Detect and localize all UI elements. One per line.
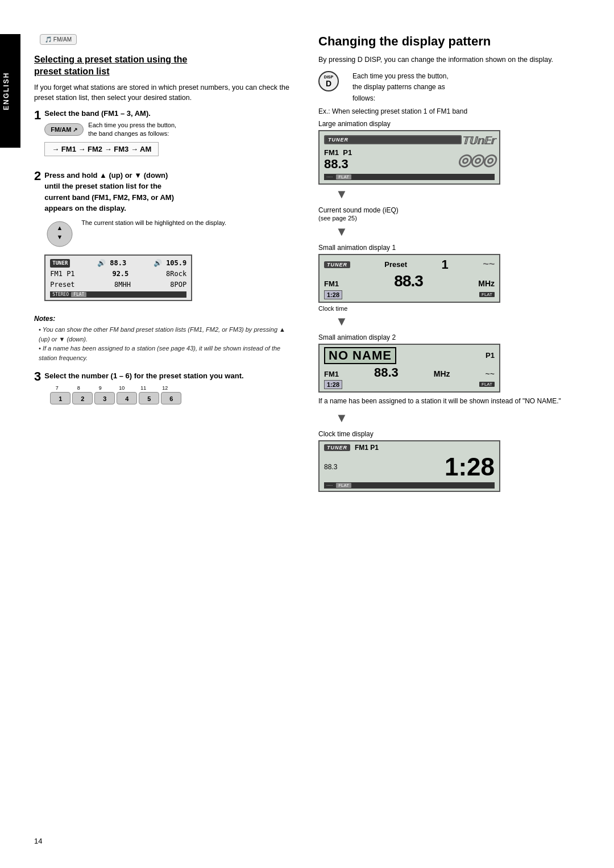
disp-button-area: DISP D Each time you press the button, t… [318,71,580,104]
step-2-highlight-note: The current station will be highlighted … [81,219,226,227]
down-arrow-1: ▼ [335,187,580,202]
clock-flat: FLAT [336,483,351,488]
step-2-content: Press and hold ▲ (up) or ▼ (down) until … [44,170,296,307]
page: 14 ENGLISH 🎵 FM/AM Selecting a preset st… [0,0,614,868]
language-label: ENGLISH [0,34,20,148]
disp-icon-container: DISP D [318,71,347,91]
small1-preset-num: 1 [441,257,448,272]
preset-btn-4[interactable]: 4 [117,392,137,404]
left-section-title: Selecting a preset station using the pre… [34,54,296,78]
step-1-indicator-text: Each time you press the button, the band… [88,121,176,139]
small-animation-display-1: TUNER Preset 1 ~~ FM1 88.3 MHz 1:28 FLAT [318,254,500,303]
large-display-flat: FLAT [336,174,351,180]
small2-flat: FLAT [479,382,495,387]
step-1-indicator: FM/AM ↗ Each time you press the button, … [44,121,296,139]
small1-tuner: TUNER [324,261,350,268]
preset-btn-2[interactable]: 2 [72,392,93,404]
display-bottom-bar: STEREO FLAT [50,291,186,298]
step-1: 1 Select the band (FM1 – 3, AM). FM/AM ↗… [34,109,296,162]
small2-fm: FM1 [324,370,339,378]
right-section-title: Changing the display pattern [318,34,580,49]
display-row-2: FM1 P1 92.5 8Rock [50,269,186,279]
tuner-badge: TUNER [50,259,70,267]
small1-unit: MHz [478,279,495,288]
button-arrow-icon: ↗ [73,127,77,133]
notes-title: Notes: [34,315,296,323]
notes-list: You can show the other FM band preset st… [34,325,296,362]
display-row-3: Preset 8MHH 8POP [50,279,186,290]
preset-buttons-area: 7 8 9 10 11 12 1 2 3 4 5 [44,385,296,404]
small1-clock: 1:28 [324,290,342,299]
step-3: 3 Select the number (1 – 6) for the pres… [34,370,296,408]
step-1-number: 1 [34,109,41,122]
small2-unit: MHz [434,369,450,378]
svg-text:▲: ▲ [57,224,63,231]
small2-no-name: NO NAME [324,347,396,364]
small1-fm: FM1 [324,279,339,288]
down-arrow-3: ▼ [335,314,580,329]
down-arrow-2: ▼ [335,224,580,239]
sound-mode-sublabel: (see page 25) [318,215,357,222]
page-number: 14 [34,837,42,845]
example-label: Ex.: When selecting preset station 1 of … [318,107,580,115]
step-2-number: 2 [34,170,41,182]
no-name-note: If a name has been assigned to a station… [318,396,580,406]
clock-time-label: Clock time [318,305,580,312]
display-row-1: TUNER 🔊 88.3 🔊 105.9 [50,258,186,269]
band-sequence: → FM1 → FM2 → FM3 → AM [44,142,159,156]
large-display-label: Large animation display [318,120,580,128]
small2-clock: 1:28 [324,380,342,389]
small2-fish: ~~ [486,369,495,378]
flat-label: FLAT [71,292,86,297]
clock-time-display: TUNER FM1 P1 88.3 1:28 ····· FLAT [318,440,500,492]
disp-description: Each time you press the button, the disp… [352,71,449,104]
fm-am-button[interactable]: FM/AM ↗ [44,123,84,136]
preset-btn-5[interactable]: 5 [139,392,159,404]
intro-text: If you forget what stations are stored i… [34,82,296,104]
fm-am-icon: 🎵 FM/AM [40,34,77,45]
preset-btn-6[interactable]: 6 [161,392,181,404]
preset-list-display: TUNER 🔊 88.3 🔊 105.9 FM1 P1 92.5 8Rock P… [44,254,192,302]
small1-decoration: ~~ [483,258,495,270]
notes-section: Notes: You can show the other FM band pr… [34,315,296,362]
preset-btn-1[interactable]: 1 [50,392,70,404]
large-animation-display: TUNER 𝕋𝕌𝕟𝔼𝕣 FM1 P1 88.3 ◎◎◎ ····· FLAT [318,130,500,185]
preset-button-row: 1 2 3 4 5 6 [50,392,296,404]
clock-display-label: Clock time display [318,430,580,438]
icon-text: 🎵 FM/AM [45,36,72,43]
disp-icon[interactable]: DISP D [318,71,339,91]
small-display-2-label: Small animation display 2 [318,333,580,341]
note-item-2: If a name has been assigned to a station… [39,344,296,362]
right-column: Changing the display pattern By pressing… [318,34,580,494]
step-3-content: Select the number (1 – 6) for the preset… [44,370,296,408]
note-item-1: You can show the other FM band preset st… [39,325,296,344]
disp-label-top: DISP [324,75,333,79]
top-icon-area: 🎵 FM/AM [40,34,296,45]
small1-flat: FLAT [479,292,495,297]
small-display-1-label: Small animation display 1 [318,244,580,252]
hand-svg-icon: ▲ ▼ [44,219,76,250]
large-display-fm-p1: FM1 P1 [324,148,352,157]
step-1-content: Select the band (FM1 – 3, AM). FM/AM ↗ E… [44,109,296,162]
clock-tuner-badge: TUNER [324,444,350,451]
svg-text:▼: ▼ [57,233,63,240]
small1-preset-label: Preset [384,260,407,269]
clock-fm-p1: FM1 P1 [355,444,379,452]
large-display-decoration: ◎◎◎ [457,151,495,169]
step-3-number: 3 [34,370,41,383]
small1-freq: 88.3 [394,272,423,290]
step-1-title: Select the band (FM1 – 3, AM). [44,109,296,118]
left-column: ENGLISH 🎵 FM/AM Selecting a preset stati… [34,34,296,494]
large-display-tuner: TUNER [324,135,462,144]
step-2-hand-icon: ▲ ▼ The current station will be highligh… [44,219,296,250]
clock-big-time: 1:28 [445,453,495,481]
step-2: 2 Press and hold ▲ (up) or ▼ (down) unti… [34,170,296,307]
large-display-logo: 𝕋𝕌𝕟𝔼𝕣 [462,135,495,147]
step-2-title: Press and hold ▲ (up) or ▼ (down) until … [44,170,296,214]
current-sound-mode-label: Current sound mode (iEQ) (see page 25) [318,206,580,222]
large-display-freq: 88.3 [324,157,352,172]
preset-btn-3[interactable]: 3 [94,392,115,404]
clock-freq: 88.3 [324,463,337,471]
small2-freq: 88.3 [374,365,399,380]
large-display-bottom-bar: ····· FLAT [324,174,495,180]
